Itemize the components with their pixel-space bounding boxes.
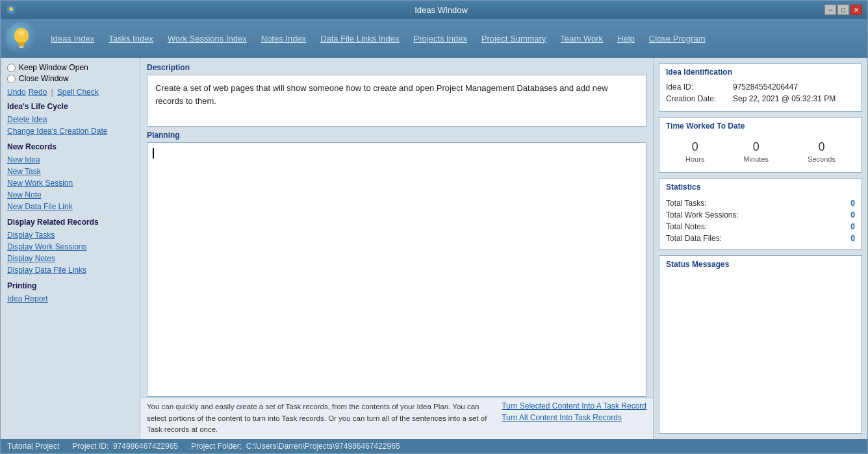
- app-logo: [3, 21, 39, 57]
- description-label: Description: [147, 63, 646, 72]
- creation-date-label: Creation Date:: [666, 94, 728, 103]
- display-tasks-link[interactable]: Display Tasks: [7, 229, 133, 241]
- idea-report-link[interactable]: Idea Report: [7, 293, 133, 305]
- menu-team-work[interactable]: Team Work: [554, 31, 610, 46]
- new-note-link[interactable]: New Note: [7, 189, 133, 201]
- minimize-button[interactable]: ─: [824, 5, 836, 15]
- idea-id-label: Idea ID:: [666, 82, 728, 92]
- total-data-files-row: Total Data Files: 0: [666, 233, 855, 244]
- window-title: Ideas Window: [58, 5, 824, 15]
- main-content: Keep Window Open Close Window Undo Redo …: [1, 58, 867, 439]
- new-task-link[interactable]: New Task: [7, 166, 133, 177]
- time-worked-title: Time Worked To Date: [666, 121, 855, 132]
- close-window-input[interactable]: [7, 75, 16, 83]
- total-notes-value: 0: [842, 222, 855, 231]
- new-work-session-link[interactable]: New Work Session: [7, 177, 133, 189]
- status-project-folder: Project Folder: C:\Users\Darren\Projects…: [191, 442, 400, 451]
- idea-id-value: 975284554206447: [733, 82, 798, 92]
- status-project-id: Project ID: 974986467422965: [72, 442, 178, 451]
- change-creation-date-link[interactable]: Change Idea's Creation Date: [7, 125, 133, 137]
- svg-rect-5: [19, 46, 23, 48]
- status-messages-title: Status Messages: [666, 260, 855, 271]
- menu-ideas-index[interactable]: Ideas Index: [44, 31, 101, 46]
- menu-data-file-links-index[interactable]: Data File Links Index: [314, 31, 405, 46]
- menu-help[interactable]: Help: [611, 31, 641, 46]
- lifecycle-section-title: Idea's Life Cycle: [7, 102, 133, 111]
- seconds-label: Seconds: [808, 155, 836, 163]
- turn-selected-content-link[interactable]: Turn Selected Content Into A Task Record: [502, 401, 646, 410]
- bottom-info-text: You can quickly and easily create a set …: [147, 401, 489, 435]
- idea-id-row: Idea ID: 975284554206447: [666, 82, 855, 92]
- new-data-file-link-link[interactable]: New Data File Link: [7, 201, 133, 212]
- planning-box[interactable]: [147, 142, 646, 397]
- idea-identification-box: Idea Identification Idea ID: 97528455420…: [659, 63, 862, 112]
- new-idea-link[interactable]: New Idea: [7, 154, 133, 166]
- description-section: Description Create a set of web pages th…: [140, 58, 653, 127]
- seconds-col: 0 Seconds: [808, 140, 836, 163]
- hours-value: 0: [692, 140, 698, 154]
- status-project-id-value: 974986467422965: [113, 442, 178, 451]
- content-area: Description Create a set of web pages th…: [140, 58, 653, 439]
- close-window-label: Close Window: [19, 74, 69, 83]
- main-window: Ideas Window ─ □ ✕ Ideas Index: [0, 0, 868, 454]
- minutes-col: 0 Minutes: [743, 140, 769, 163]
- description-text: Create a set of web pages that will show…: [155, 83, 608, 106]
- sidebar: Keep Window Open Close Window Undo Redo …: [1, 58, 140, 439]
- edit-controls: Undo Redo | Spell Check: [7, 87, 133, 97]
- close-window-radio[interactable]: Close Window: [7, 74, 133, 83]
- menu-close-program[interactable]: Close Program: [643, 31, 712, 46]
- menu-tasks-index[interactable]: Tasks Index: [102, 31, 160, 46]
- statistics-box: Statistics Total Tasks: 0 Total Work Ses…: [659, 178, 862, 250]
- total-tasks-value: 0: [842, 199, 855, 208]
- main-navigation: Ideas Index Tasks Index Work Sessions In…: [44, 31, 865, 46]
- total-work-sessions-value: 0: [842, 210, 855, 220]
- description-box: Create a set of web pages that will show…: [147, 75, 646, 127]
- close-window-button[interactable]: ✕: [850, 5, 862, 15]
- display-related-section-title: Display Related Records: [7, 218, 133, 227]
- time-worked-display: 0 Hours 0 Minutes 0 Seconds: [666, 136, 855, 167]
- total-tasks-row: Total Tasks: 0: [666, 197, 855, 209]
- svg-point-6: [19, 31, 24, 36]
- new-records-section-title: New Records: [7, 142, 133, 151]
- redo-link[interactable]: Redo: [29, 88, 47, 97]
- right-panel: Idea Identification Idea ID: 97528455420…: [653, 58, 867, 439]
- logo-image: [10, 25, 33, 51]
- menu-projects-index[interactable]: Projects Index: [407, 31, 474, 46]
- bottom-action-links: Turn Selected Content Into A Task Record…: [502, 401, 646, 422]
- svg-rect-3: [18, 42, 25, 44]
- keep-window-open-input[interactable]: [7, 64, 16, 72]
- restore-button[interactable]: □: [837, 5, 849, 15]
- minutes-label: Minutes: [743, 155, 769, 163]
- text-cursor: [153, 148, 154, 158]
- menu-project-summary[interactable]: Project Summary: [475, 31, 553, 46]
- keep-window-open-radio[interactable]: Keep Window Open: [7, 63, 133, 72]
- display-work-sessions-link[interactable]: Display Work Sessions: [7, 241, 133, 253]
- status-messages-content: [666, 275, 855, 327]
- status-bar: Tutorial Project Project ID: 97498646742…: [1, 439, 867, 453]
- window-controls: ─ □ ✕: [824, 5, 862, 15]
- svg-rect-4: [19, 44, 24, 46]
- total-work-sessions-row: Total Work Sessions: 0: [666, 209, 855, 221]
- total-notes-label: Total Notes:: [666, 222, 707, 231]
- title-bar: Ideas Window ─ □ ✕: [1, 1, 867, 19]
- hours-label: Hours: [685, 155, 704, 163]
- total-notes-row: Total Notes: 0: [666, 221, 855, 233]
- delete-idea-link[interactable]: Delete Idea: [7, 114, 133, 125]
- seconds-value: 0: [819, 140, 825, 154]
- bottom-bar: You can quickly and easily create a set …: [140, 397, 653, 439]
- status-project-folder-label: Project Folder:: [191, 442, 242, 451]
- display-data-file-links-link[interactable]: Display Data File Links: [7, 264, 133, 276]
- undo-link[interactable]: Undo: [7, 88, 26, 97]
- menu-work-sessions-index[interactable]: Work Sessions Index: [161, 31, 253, 46]
- display-notes-link[interactable]: Display Notes: [7, 253, 133, 264]
- spell-check-link[interactable]: Spell Check: [57, 88, 99, 97]
- menu-notes-index[interactable]: Notes Index: [255, 31, 313, 46]
- minutes-value: 0: [753, 140, 760, 154]
- time-worked-box: Time Worked To Date 0 Hours 0 Minutes 0 …: [659, 117, 862, 173]
- turn-all-content-link[interactable]: Turn All Content Into Task Records: [502, 413, 646, 422]
- printing-section-title: Printing: [7, 281, 133, 290]
- svg-point-1: [9, 7, 13, 11]
- total-data-files-value: 0: [842, 234, 855, 243]
- status-project-name: Tutorial Project: [7, 442, 59, 451]
- total-tasks-label: Total Tasks:: [666, 199, 706, 208]
